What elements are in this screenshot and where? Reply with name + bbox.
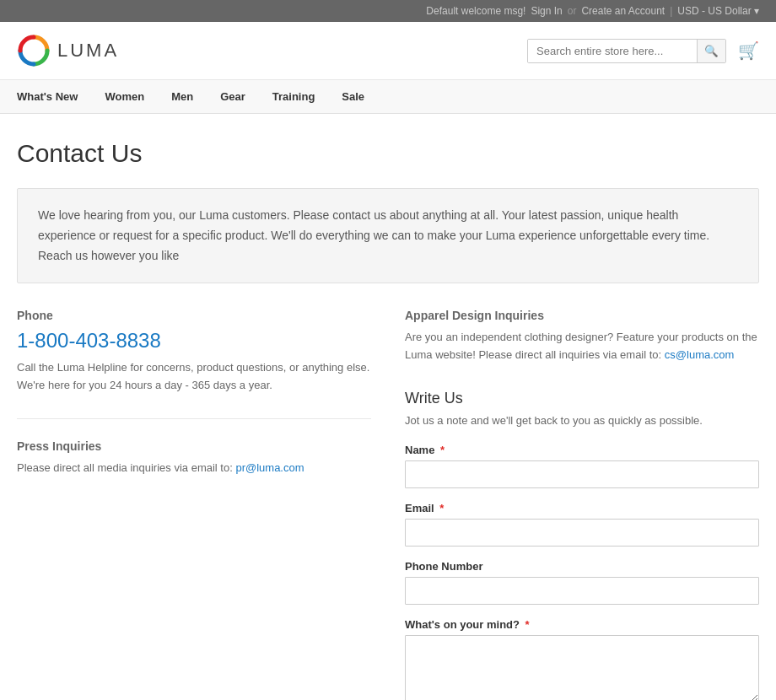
name-form-group: Name * <box>405 444 759 488</box>
write-us-form-section: Write Us Jot us a note and we'll get bac… <box>405 390 759 700</box>
contact-right: Apparel Design Inquiries Are you an inde… <box>405 309 759 700</box>
header: LUMA 🔍 🛒 <box>0 22 776 80</box>
message-required-star: * <box>525 618 530 631</box>
cart-icon[interactable]: 🛒 <box>738 40 759 61</box>
message-label: What's on your mind? * <box>405 618 759 631</box>
press-email-link[interactable]: pr@luma.com <box>235 461 304 474</box>
form-subtitle: Jot us a note and we'll get back to you … <box>405 414 759 427</box>
name-label: Name * <box>405 444 759 456</box>
logo[interactable]: LUMA <box>17 34 119 67</box>
nav-item-training[interactable]: Training <box>259 80 329 113</box>
phone-form-group: Phone Number <box>405 560 759 605</box>
intro-text: We love hearing from you, our Luma custo… <box>38 206 738 266</box>
page-title: Contact Us <box>17 139 759 168</box>
search-input[interactable] <box>528 40 697 62</box>
apparel-section: Apparel Design Inquiries Are you an inde… <box>405 309 759 364</box>
divider-1 <box>17 418 371 419</box>
contact-left: Phone 1-800-403-8838 Call the Luma Helpl… <box>17 309 371 700</box>
signin-link[interactable]: Sign In <box>531 5 562 17</box>
email-required-star: * <box>439 502 444 514</box>
phone-label: Phone Number <box>405 560 759 573</box>
contact-layout: Phone 1-800-403-8838 Call the Luma Helpl… <box>17 309 759 700</box>
email-form-group: Email * <box>405 502 759 547</box>
nav-item-gear[interactable]: Gear <box>207 80 259 113</box>
nav-item-whats-new[interactable]: What's New <box>17 80 91 113</box>
apparel-section-title: Apparel Design Inquiries <box>405 309 759 322</box>
welcome-message: Default welcome msg! <box>426 5 525 17</box>
apparel-email-link[interactable]: cs@luma.com <box>665 348 735 361</box>
currency-selector[interactable]: USD - US Dollar ▾ <box>677 5 759 17</box>
phone-description: Call the Luma Helpline for concerns, pro… <box>17 359 371 395</box>
email-label: Email * <box>405 502 759 514</box>
name-input[interactable] <box>405 460 759 488</box>
press-section-title: Press Inquiries <box>17 439 371 453</box>
message-form-group: What's on your mind? * <box>405 618 759 700</box>
phone-section-title: Phone <box>17 309 371 322</box>
press-description: Please direct all media inquiries via em… <box>17 460 371 477</box>
nav-item-sale[interactable]: Sale <box>328 80 378 113</box>
create-account-link[interactable]: Create an Account <box>581 5 665 17</box>
nav-item-men[interactable]: Men <box>158 80 207 113</box>
phone-section: Phone 1-800-403-8838 Call the Luma Helpl… <box>17 309 371 395</box>
main-content: Contact Us We love hearing from you, our… <box>0 114 776 700</box>
search-icon: 🔍 <box>704 45 719 57</box>
search-button[interactable]: 🔍 <box>697 40 725 62</box>
chevron-down-icon: ▾ <box>754 5 759 17</box>
search-box: 🔍 <box>527 39 726 63</box>
name-required-star: * <box>440 444 445 456</box>
apparel-description: Are you an independent clothing designer… <box>405 329 759 364</box>
phone-input[interactable] <box>405 577 759 605</box>
navigation: What's New Women Men Gear Training Sale <box>0 80 776 114</box>
email-input[interactable] <box>405 519 759 547</box>
logo-text: LUMA <box>57 40 119 62</box>
top-bar: Default welcome msg! Sign In or Create a… <box>0 0 776 22</box>
intro-box: We love hearing from you, our Luma custo… <box>17 188 759 283</box>
pipe-separator: | <box>670 5 672 17</box>
message-textarea[interactable] <box>405 635 759 700</box>
or-separator: or <box>568 5 577 17</box>
form-title: Write Us <box>405 390 759 407</box>
phone-number: 1-800-403-8838 <box>17 329 371 353</box>
logo-icon <box>17 34 51 67</box>
nav-item-women[interactable]: Women <box>91 80 158 113</box>
press-section: Press Inquiries Please direct all media … <box>17 439 371 477</box>
header-right: 🔍 🛒 <box>527 39 759 63</box>
